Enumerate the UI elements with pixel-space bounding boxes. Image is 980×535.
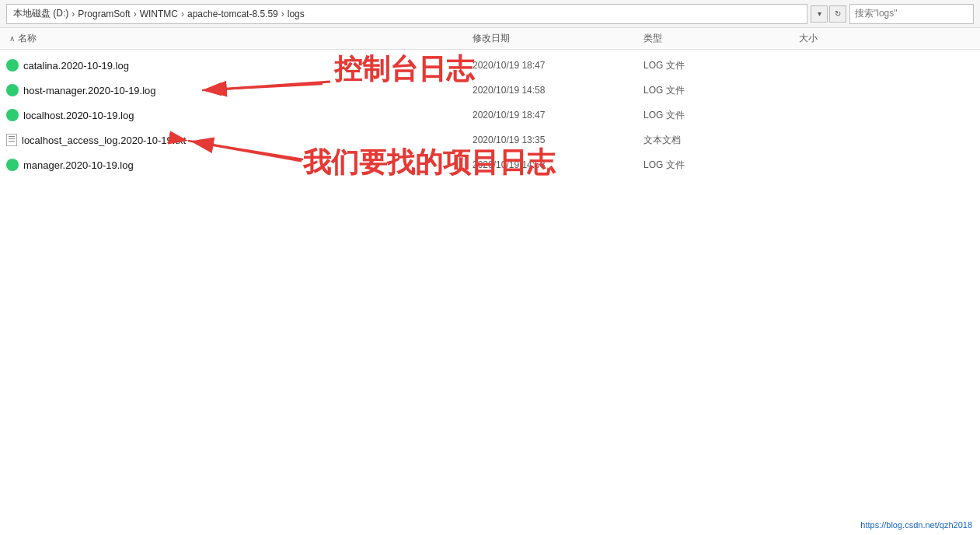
- file-type: LOG 文件: [643, 109, 799, 122]
- address-path[interactable]: 本地磁盘 (D:) › ProgramSoft › WINTMC › apach…: [6, 4, 807, 24]
- file-name: host-manager.2020-10-19.log: [23, 85, 156, 96]
- table-row[interactable]: catalina.2020-10-19.log 2020/10/19 18:47…: [0, 53, 980, 78]
- col-header-name[interactable]: ∧ 名称: [6, 32, 473, 45]
- dropdown-button[interactable]: ▾: [811, 5, 828, 23]
- path-part-5: logs: [288, 9, 305, 19]
- log-icon: [6, 159, 19, 171]
- path-part-2: ProgramSoft: [78, 9, 130, 19]
- log-icon: [6, 84, 19, 96]
- file-name: localhost_access_log.2020-10-19.txt: [22, 135, 186, 146]
- file-date: 2020/10/19 14:58: [473, 159, 643, 170]
- col-header-size[interactable]: 大小: [799, 32, 974, 45]
- file-date: 2020/10/19 13:35: [473, 135, 643, 145]
- column-headers: ∧ 名称 修改日期 类型 大小: [0, 28, 980, 50]
- bottom-url: https://blog.csdn.net/qzh2018: [860, 519, 972, 530]
- path-part-1: 本地磁盘 (D:): [13, 7, 68, 20]
- file-type: LOG 文件: [643, 159, 799, 172]
- file-icon-name: manager.2020-10-19.log: [6, 159, 473, 171]
- file-list: catalina.2020-10-19.log 2020/10/19 18:47…: [0, 50, 980, 180]
- path-part-3: WINTMC: [140, 9, 178, 19]
- file-type: LOG 文件: [643, 84, 799, 97]
- file-date: 2020/10/19 18:47: [473, 60, 643, 71]
- file-icon-name: host-manager.2020-10-19.log: [6, 84, 473, 96]
- search-box[interactable]: 搜索"logs": [849, 4, 974, 24]
- log-icon: [6, 59, 19, 72]
- file-icon-name: localhost.2020-10-19.log: [6, 109, 473, 121]
- file-type: 文本文档: [643, 134, 799, 147]
- file-icon-name: catalina.2020-10-19.log: [6, 59, 473, 72]
- log-icon: [6, 109, 19, 121]
- file-name: localhost.2020-10-19.log: [23, 110, 134, 121]
- file-date: 2020/10/19 18:47: [473, 110, 643, 121]
- file-name: manager.2020-10-19.log: [23, 159, 134, 171]
- address-controls: ▾ ↻: [811, 5, 846, 23]
- col-header-date[interactable]: 修改日期: [473, 32, 643, 45]
- file-icon-name: localhost_access_log.2020-10-19.txt: [6, 134, 473, 146]
- table-row[interactable]: manager.2020-10-19.log 2020/10/19 14:58 …: [0, 152, 980, 177]
- table-row[interactable]: localhost_access_log.2020-10-19.txt 2020…: [0, 128, 980, 152]
- txt-icon: [6, 134, 17, 146]
- file-date: 2020/10/19 14:58: [473, 85, 643, 96]
- table-row[interactable]: host-manager.2020-10-19.log 2020/10/19 1…: [0, 78, 980, 103]
- search-placeholder: 搜索"logs": [855, 7, 898, 20]
- file-name: catalina.2020-10-19.log: [23, 60, 129, 72]
- sort-up-arrow: ∧: [9, 34, 15, 43]
- refresh-button[interactable]: ↻: [829, 5, 846, 23]
- address-bar: 本地磁盘 (D:) › ProgramSoft › WINTMC › apach…: [0, 0, 980, 28]
- file-type: LOG 文件: [643, 59, 799, 72]
- table-row[interactable]: localhost.2020-10-19.log 2020/10/19 18:4…: [0, 103, 980, 128]
- col-name-label: 名称: [18, 32, 37, 45]
- path-part-4: apache-tomcat-8.5.59: [187, 9, 278, 19]
- col-header-type[interactable]: 类型: [643, 32, 799, 45]
